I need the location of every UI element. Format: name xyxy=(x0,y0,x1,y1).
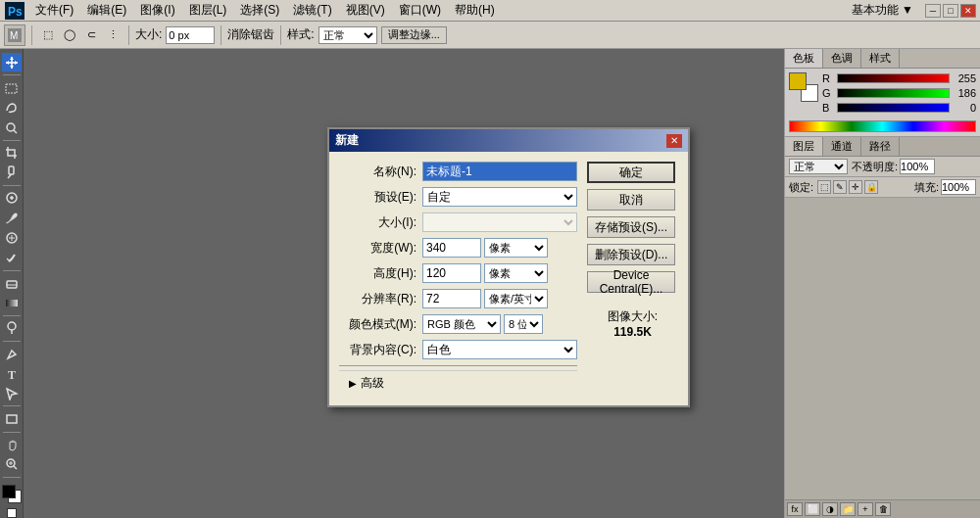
delete-layer-btn[interactable]: 🗑 xyxy=(875,502,891,516)
del-preset-button[interactable]: 删除预设(D)... xyxy=(587,244,675,265)
resolution-unit-select[interactable]: 像素/英寸 像素/厘米 xyxy=(484,289,548,308)
brush-tool[interactable] xyxy=(2,209,22,227)
r-slider[interactable] xyxy=(837,73,950,83)
workspace-label[interactable]: 基本功能 ▼ xyxy=(852,2,913,19)
color-depth-select[interactable]: 8 位 16 位 xyxy=(504,314,543,334)
refine-label: 消除锯齿 xyxy=(227,26,274,43)
menu-window[interactable]: 窗口(W) xyxy=(393,0,447,21)
resolution-input[interactable] xyxy=(422,289,481,308)
sep4 xyxy=(280,25,281,45)
tab-layers[interactable]: 图层 xyxy=(785,137,823,156)
tab-channels[interactable]: 通道 xyxy=(823,137,861,156)
width-unit-select[interactable]: 像素 厘米 毫米 xyxy=(484,238,548,258)
color-spectrum-bar[interactable] xyxy=(789,120,976,132)
lock-all-icon[interactable]: 🔒 xyxy=(864,180,878,194)
blend-opacity-row: 正常 不透明度: xyxy=(785,157,980,177)
zoom-tool[interactable] xyxy=(2,455,22,474)
eyedropper-tool[interactable] xyxy=(2,164,22,182)
g-row: G 186 xyxy=(822,87,976,99)
window-controls: ─ □ ✕ xyxy=(925,4,976,18)
right-panel: 色板 色调 样式 R 255 xyxy=(784,49,980,518)
lock-move-icon[interactable]: ✛ xyxy=(849,180,862,194)
b-slider[interactable] xyxy=(837,103,950,113)
tab-paths[interactable]: 路径 xyxy=(861,137,900,156)
close-btn[interactable]: ✕ xyxy=(960,4,976,18)
menu-layer[interactable]: 图层(L) xyxy=(183,0,233,21)
dialog-close-btn[interactable]: ✕ xyxy=(666,134,682,148)
menu-select[interactable]: 选择(S) xyxy=(234,0,285,21)
add-group-btn[interactable]: 📁 xyxy=(840,502,856,516)
fill-input[interactable] xyxy=(941,179,976,195)
opacity-label: 不透明度: xyxy=(852,160,898,174)
healing-tool[interactable] xyxy=(2,189,22,208)
main-layout: T 新建 ✕ xyxy=(0,49,980,518)
clone-tool[interactable] xyxy=(2,228,22,247)
rect-sel-icon[interactable]: ⬚ xyxy=(38,25,58,45)
menu-filter[interactable]: 滤镜(T) xyxy=(287,0,337,21)
rect-select-tool[interactable] xyxy=(2,78,22,97)
tool-sep7 xyxy=(3,405,21,406)
menu-view[interactable]: 视图(V) xyxy=(340,0,391,21)
save-preset-button[interactable]: 存储预设(S)... xyxy=(587,216,675,238)
ok-button[interactable]: 确定 xyxy=(587,162,675,183)
lock-transparent-icon[interactable]: ⬚ xyxy=(817,180,831,194)
quick-select-tool[interactable] xyxy=(2,118,22,136)
hand-tool[interactable] xyxy=(2,436,22,454)
device-central-button[interactable]: Device Central(E)... xyxy=(587,271,675,293)
history-brush-tool[interactable] xyxy=(2,248,22,266)
lasso-icon[interactable]: ⊂ xyxy=(81,25,101,45)
color-swatches[interactable] xyxy=(2,485,22,503)
opacity-input[interactable] xyxy=(900,159,935,174)
tool-preset-picker[interactable]: M xyxy=(4,24,25,46)
tab-color[interactable]: 色板 xyxy=(785,49,823,68)
ellipse-sel-icon[interactable]: ◯ xyxy=(60,25,79,45)
eraser-tool[interactable] xyxy=(2,274,22,293)
shape-tool[interactable] xyxy=(2,409,22,428)
lock-brush-icon[interactable]: ✎ xyxy=(833,180,847,194)
color-mode-select[interactable]: RGB 颜色 CMYK 灰度 xyxy=(422,314,501,334)
tab-styles[interactable]: 样式 xyxy=(861,49,900,68)
size-select[interactable] xyxy=(422,212,577,232)
advanced-row[interactable]: ▶ 高级 xyxy=(339,370,577,396)
height-unit-select[interactable]: 像素 厘米 毫米 xyxy=(484,263,548,283)
crop-tool[interactable] xyxy=(2,144,22,163)
lasso-tool[interactable] xyxy=(2,98,22,117)
style-select[interactable]: 正常 xyxy=(318,26,377,44)
menu-help[interactable]: 帮助(H) xyxy=(449,0,501,21)
magic-wand-icon[interactable]: ⋮ xyxy=(103,25,122,45)
blend-mode-select[interactable]: 正常 xyxy=(789,159,848,174)
width-input[interactable] xyxy=(422,238,481,258)
add-adj-btn[interactable]: ◑ xyxy=(822,502,838,516)
cancel-button[interactable]: 取消 xyxy=(587,189,675,211)
height-row: 高度(H): 像素 厘米 毫米 xyxy=(339,263,577,283)
dialog-body: 名称(N): 预设(E): 自定 大小(I): xyxy=(329,152,688,405)
menu-edit[interactable]: 编辑(E) xyxy=(81,0,132,21)
color-mode-label: 颜色模式(M): xyxy=(339,316,422,333)
minimize-btn[interactable]: ─ xyxy=(925,4,941,18)
tab-swatches[interactable]: 色调 xyxy=(823,49,861,68)
path-select-tool[interactable] xyxy=(2,384,22,402)
gradient-tool[interactable] xyxy=(2,294,22,312)
name-input[interactable] xyxy=(422,162,577,181)
adjust-edge-btn[interactable]: 调整边缘... xyxy=(381,26,447,44)
add-style-btn[interactable]: fx xyxy=(787,502,803,516)
move-tool[interactable] xyxy=(2,53,22,71)
bg-select[interactable]: 白色 背景色 透明 xyxy=(422,340,577,359)
menu-file[interactable]: 文件(F) xyxy=(29,0,79,21)
g-slider[interactable] xyxy=(837,88,950,98)
pen-tool[interactable] xyxy=(2,345,22,363)
width-row: 宽度(W): 像素 厘米 毫米 xyxy=(339,238,577,258)
fg-swatch[interactable] xyxy=(789,72,807,90)
quick-mask-btn[interactable] xyxy=(7,508,17,518)
foreground-color[interactable] xyxy=(2,485,16,498)
menu-image[interactable]: 图像(I) xyxy=(134,0,180,21)
new-layer-btn[interactable]: + xyxy=(858,502,873,516)
text-tool[interactable]: T xyxy=(2,364,22,383)
preset-select[interactable]: 自定 xyxy=(422,187,577,207)
add-mask-btn[interactable]: ⬜ xyxy=(805,502,820,516)
resolution-input-group: 像素/英寸 像素/厘米 xyxy=(422,289,577,308)
height-input[interactable] xyxy=(422,263,481,283)
restore-btn[interactable]: □ xyxy=(943,4,958,18)
dodge-tool[interactable] xyxy=(2,319,22,338)
size-input[interactable] xyxy=(166,26,215,44)
